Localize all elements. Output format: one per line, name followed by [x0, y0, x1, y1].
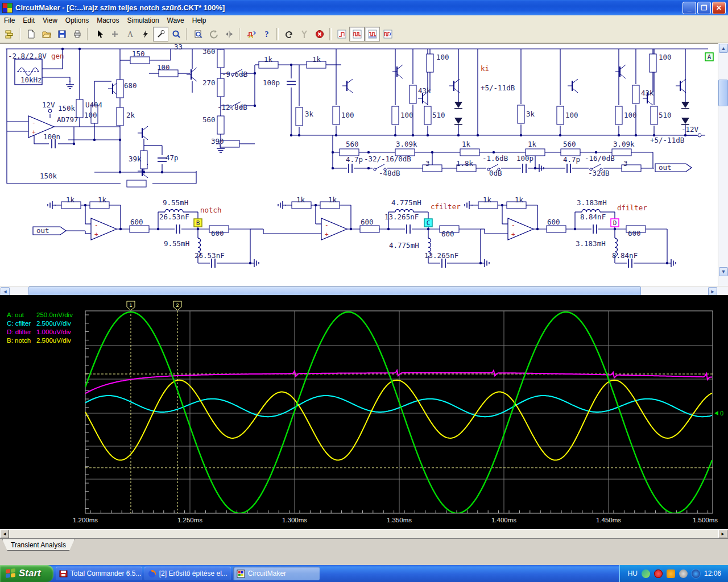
- zoom-window-button[interactable]: [191, 27, 206, 41]
- start-button[interactable]: Start: [0, 565, 53, 582]
- schematic-hscroll-thumb[interactable]: [28, 286, 641, 296]
- delete-tool-button[interactable]: [138, 27, 153, 41]
- transistor[interactable]: [347, 79, 353, 84]
- transistor[interactable]: [647, 101, 653, 105]
- menu-simulation[interactable]: Simulation: [123, 16, 163, 25]
- security-alert-icon[interactable]: [654, 569, 663, 578]
- bluetooth-icon[interactable]: [692, 569, 700, 578]
- taskbar-button--2-er-s-t-p-t-se-el-[interactable]: [2] Erősítő építése el...: [144, 567, 231, 580]
- switch[interactable]: [374, 168, 376, 171]
- capacitor[interactable]: [175, 224, 181, 234]
- scroll-up-arrow[interactable]: ▲: [719, 44, 728, 53]
- schematic-canvas[interactable]: -+-+-+-+-2.8/2.8Vgen10kHz12VAD797100n150…: [0, 43, 718, 286]
- resistor[interactable]: [360, 226, 379, 232]
- resistor[interactable]: [140, 151, 147, 169]
- arrow-tool-button[interactable]: [92, 27, 107, 41]
- stop-simulation-button[interactable]: [312, 27, 327, 41]
- inductor[interactable]: [165, 210, 183, 213]
- transistor[interactable]: [572, 88, 578, 93]
- rotate-button[interactable]: [206, 27, 221, 41]
- resistor[interactable]: [217, 49, 224, 68]
- capacitor[interactable]: [521, 163, 528, 173]
- resistor[interactable]: [557, 106, 564, 124]
- menu-view[interactable]: View: [39, 16, 61, 25]
- capacitor[interactable]: [405, 224, 412, 234]
- resistor[interactable]: [424, 106, 431, 124]
- legend-scale[interactable]: 250.0mV/div: [36, 311, 73, 318]
- scope-digital-button[interactable]: [349, 27, 365, 41]
- resistor[interactable]: [217, 116, 224, 134]
- print-button[interactable]: [69, 27, 85, 41]
- transistor[interactable]: [620, 65, 626, 69]
- transistor[interactable]: [620, 74, 626, 78]
- terminal[interactable]: [698, 134, 701, 137]
- legend-channel[interactable]: A: out: [7, 311, 24, 318]
- resistor[interactable]: [296, 107, 303, 126]
- resistor[interactable]: [615, 106, 622, 124]
- resistor[interactable]: [651, 106, 657, 124]
- menu-edit[interactable]: Edit: [19, 16, 39, 25]
- terminal[interactable]: [48, 109, 52, 113]
- capacitor[interactable]: [592, 224, 598, 234]
- diode[interactable]: [681, 102, 689, 108]
- legend-scale[interactable]: 2.500uV/div: [36, 337, 71, 344]
- scroll-down-arrow[interactable]: ▼: [719, 267, 728, 276]
- scroll-right-arrow[interactable]: ►: [718, 530, 727, 538]
- capacitor[interactable]: [286, 80, 296, 86]
- schematic-vscroll-thumb[interactable]: [718, 80, 728, 106]
- menu-help[interactable]: Help: [188, 16, 210, 25]
- resistor[interactable]: [117, 107, 123, 126]
- options-wand-button[interactable]: [296, 27, 312, 41]
- transistor[interactable]: [142, 126, 148, 131]
- minimize-button[interactable]: _: [682, 2, 696, 14]
- probe-tool-button[interactable]: [153, 27, 168, 41]
- legend-scale[interactable]: 2.500uV/div: [36, 320, 71, 327]
- diode[interactable]: [454, 102, 462, 108]
- resistor[interactable]: [392, 106, 399, 124]
- clock[interactable]: 12:06: [704, 569, 721, 577]
- safely-remove-icon[interactable]: [679, 569, 688, 578]
- resistor[interactable]: [127, 180, 146, 187]
- legend-channel[interactable]: C: cfilter: [7, 320, 31, 327]
- volume-icon[interactable]: [667, 569, 675, 578]
- text-tool-button[interactable]: A: [122, 27, 138, 41]
- resistor[interactable]: [612, 149, 631, 156]
- digital-analog-button[interactable]: [243, 27, 259, 41]
- reset-button[interactable]: [281, 27, 296, 41]
- title-bar[interactable]: CircuitMaker - [C:...\rajz szim teljes n…: [0, 0, 728, 15]
- transistor[interactable]: [347, 88, 353, 93]
- scroll-left-arrow[interactable]: ◄: [0, 530, 9, 538]
- resistor[interactable]: [130, 226, 149, 232]
- language-indicator[interactable]: HU: [628, 569, 638, 577]
- transistor[interactable]: [142, 135, 148, 140]
- resistor[interactable]: [117, 80, 123, 98]
- legend-channel[interactable]: D: dfilter: [7, 329, 31, 335]
- transistor[interactable]: [397, 74, 403, 78]
- menu-wave[interactable]: Wave: [163, 16, 188, 25]
- resistor[interactable]: [518, 105, 524, 123]
- scope-horizontal-scrollbar[interactable]: ◄ ►: [0, 529, 728, 538]
- transistor[interactable]: [397, 65, 403, 69]
- resistor[interactable]: [410, 85, 416, 103]
- legend-scale[interactable]: 1.000uV/div: [36, 329, 71, 335]
- resistor[interactable]: [632, 85, 639, 103]
- transistor[interactable]: [191, 77, 197, 81]
- legend-channel[interactable]: B: notch: [7, 337, 31, 344]
- resistor[interactable]: [650, 54, 656, 72]
- resistor[interactable]: [460, 149, 479, 156]
- diode[interactable]: [454, 118, 462, 124]
- parts-browser-button[interactable]: [1, 27, 16, 41]
- menu-options[interactable]: Options: [61, 16, 93, 25]
- restore-button[interactable]: ❐: [697, 2, 711, 14]
- ime-pen-icon[interactable]: [642, 569, 650, 578]
- diode[interactable]: [681, 118, 689, 124]
- menu-file[interactable]: File: [0, 16, 19, 25]
- close-button[interactable]: ✕: [712, 2, 726, 14]
- menu-macros[interactable]: Macros: [93, 16, 123, 25]
- taskbar-button-total-commander-6-5-[interactable]: Total Commander 6.5...: [56, 567, 142, 580]
- zoom-tool-button[interactable]: [168, 27, 184, 41]
- inductor[interactable]: [395, 210, 413, 213]
- waveform-panel[interactable]: 120A: out250.0mV/divC: cfilter2.500uV/di…: [0, 295, 728, 529]
- wire-tool-button[interactable]: [107, 27, 122, 41]
- capacitor[interactable]: [565, 163, 572, 173]
